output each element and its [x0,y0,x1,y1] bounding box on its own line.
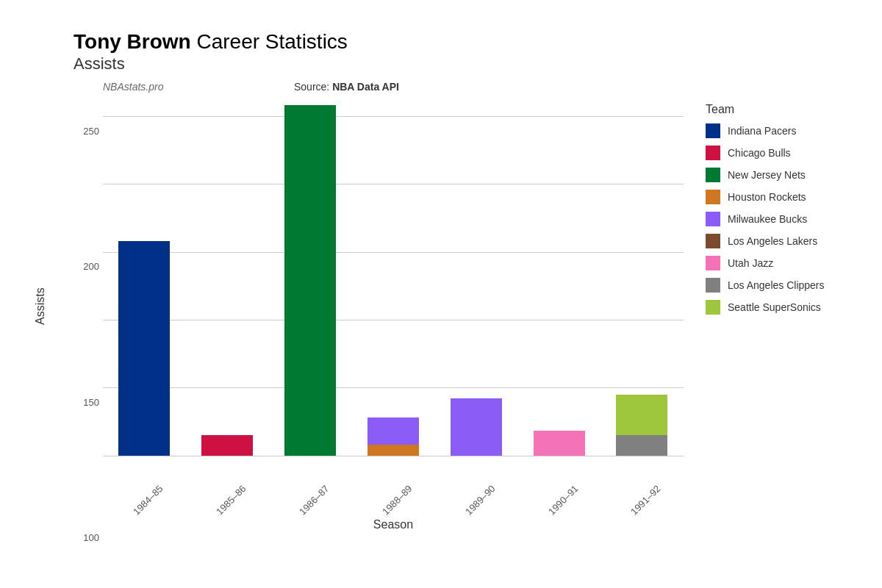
legend: Team Indiana PacersChicago BullsNew Jers… [706,81,867,531]
bar-group [526,103,592,456]
legend-item: Seattle SuperSonics [706,300,867,315]
legend-label: Utah Jazz [728,257,773,269]
bar-segment [201,435,253,456]
chart-subtitle: Assists [74,54,867,74]
bars-container [103,103,684,456]
bar-segment [616,395,667,435]
title-area: Tony Brown Career Statistics Assists [74,29,867,74]
bar-stack [284,105,336,455]
legend-swatch [706,278,720,293]
bar-segment [118,241,170,456]
bar-group [111,103,177,456]
bar-segment [368,445,419,456]
legend-items: Indiana PacersChicago BullsNew Jersey Ne… [706,123,867,315]
legend-item: Los Angeles Clippers [706,278,867,293]
plot-and-legend: NBAstats.pro Source: NBA Data API 050100… [59,81,867,531]
legend-swatch [706,300,720,315]
bar-segment [534,431,585,455]
bar-group [277,103,343,456]
legend-label: New Jersey Nets [728,169,806,181]
legend-label: Los Angeles Lakers [728,235,817,247]
legend-swatch [706,123,720,138]
bar-stack [616,395,667,456]
x-axis: 1984–851985–861986–871988–891989–901990–… [103,496,684,507]
bar-stack [451,398,502,456]
bar-group [443,103,509,456]
y-axis-label: Assists [29,81,51,531]
legend-label: Milwaukee Bucks [728,213,807,225]
bar-group [194,103,260,456]
plot-area: NBAstats.pro Source: NBA Data API 050100… [59,81,684,531]
legend-item: Chicago Bulls [706,146,867,160]
legend-item: Utah Jazz [706,256,867,270]
source-prefix: Source: [294,81,332,93]
legend-item: New Jersey Nets [706,168,867,182]
legend-swatch [706,168,720,182]
chart-title: Tony Brown Career Statistics [74,29,867,54]
source-bold: NBA Data API [332,81,399,93]
legend-swatch [706,234,720,248]
source-text: Source: NBA Data API [294,81,399,93]
chart-container: Tony Brown Career Statistics Assists Ass… [0,0,882,588]
bar-segment [284,105,336,455]
grid-line: 0 [103,456,684,456]
legend-item: Milwaukee Bucks [706,212,867,226]
bar-stack [201,435,253,456]
grid-label: 250 [62,125,99,136]
legend-label: Los Angeles Clippers [728,279,825,291]
bar-stack [118,241,170,456]
bar-stack [368,417,419,456]
bar-segment [616,435,667,456]
grid-label: 100 [62,532,99,543]
bar-group [609,103,675,456]
legend-title: Team [706,103,867,116]
bar-segment [368,417,419,445]
legend-label: Chicago Bulls [728,147,791,159]
title-bold: Tony Brown [74,30,191,53]
chart-area: Assists NBAstats.pro Source: NBA Data AP… [29,81,867,531]
bar-group [360,103,426,456]
legend-label: Seattle SuperSonics [728,301,821,313]
x-axis-title: Season [103,518,684,531]
grid-and-bars: 050100150200250 1984–851985–861986–87198… [59,103,684,456]
legend-item: Houston Rockets [706,190,867,204]
legend-swatch [706,256,720,270]
legend-item: Indiana Pacers [706,123,867,138]
bar-segment [451,398,502,456]
title-rest: Career Statistics [191,30,348,53]
legend-item: Los Angeles Lakers [706,234,867,248]
bar-stack [534,431,585,455]
grid-label: 150 [62,396,99,407]
legend-swatch [706,146,720,160]
legend-label: Houston Rockets [728,191,806,203]
grid-label: 200 [62,261,99,272]
watermark-text: NBAstats.pro [103,81,163,93]
legend-swatch [706,190,720,204]
legend-label: Indiana Pacers [728,125,796,137]
legend-swatch [706,212,720,226]
